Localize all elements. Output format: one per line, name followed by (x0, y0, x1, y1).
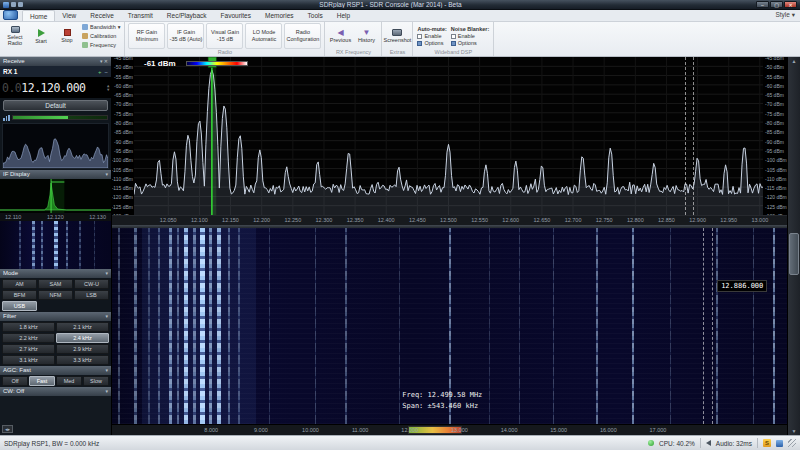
previous-button[interactable]: ◀Previous (328, 23, 352, 49)
waterfall-signal-streak (670, 228, 671, 424)
power-readout: -61 dBm (144, 59, 176, 68)
play-icon (38, 29, 45, 37)
mode-panel-header[interactable]: Mode▾ (0, 269, 111, 278)
history-button[interactable]: ▼History (354, 23, 378, 49)
stop-button[interactable]: Stop (55, 23, 79, 49)
tab-help[interactable]: Help (330, 10, 357, 21)
minimize-button[interactable]: – (756, 1, 769, 8)
panel-collapse-icon[interactable]: ▾ (105, 170, 108, 179)
start-button[interactable]: Start (29, 23, 53, 49)
filter-button-2-9-khz[interactable]: 2.9 kHz (56, 344, 109, 354)
panel-collapse-icon[interactable]: ▾ ✕ (100, 57, 108, 66)
tab-view[interactable]: View (55, 10, 83, 21)
mode-button-am[interactable]: AM (2, 279, 37, 289)
filter-button-2-7-khz[interactable]: 2.7 kHz (2, 344, 55, 354)
quick-access-icon[interactable] (11, 2, 16, 7)
mode-button-sam[interactable]: SAM (38, 279, 73, 289)
scrollbar-thumb[interactable] (789, 233, 799, 275)
filter-button-2-4-khz[interactable]: 2.4 kHz (56, 333, 109, 343)
screenshot-button[interactable]: Screenshot (385, 23, 409, 49)
agc-button-slow[interactable]: Slow (83, 376, 109, 386)
tab-memories[interactable]: Memories (258, 10, 301, 21)
band-scale-label: 15.000 (550, 427, 567, 433)
mode-button-lsb[interactable]: LSB (74, 290, 109, 300)
frequency-value[interactable]: 12.120.000 (21, 81, 85, 95)
filter-panel-header[interactable]: Filter▾ (0, 312, 111, 321)
ribbon-button-lo-mode[interactable]: LO ModeAutomatic (245, 23, 282, 49)
checkbox-icon[interactable] (417, 34, 422, 39)
select-radio-button[interactable]: Select Radio (3, 23, 27, 49)
checkbox-icon[interactable] (451, 34, 456, 39)
maximize-button[interactable]: ▢ (770, 1, 783, 8)
mode-button-bfm[interactable]: BFM (2, 290, 37, 300)
spectrum-plot[interactable]: -61 dBm (134, 57, 763, 215)
tab-rec-playback[interactable]: Rec/Playback (160, 10, 214, 21)
waterfall[interactable]: 12.886.000 Freq: 12.499.58 MHz Span: ±54… (112, 228, 787, 424)
frequency-spinner[interactable]: ▲▼ (107, 84, 109, 92)
agc-button-off[interactable]: Off (2, 376, 28, 386)
bandwidth-button[interactable]: Bandwidth▾ (81, 23, 121, 31)
if-display-plot[interactable] (0, 179, 111, 213)
db-label: -60 dBm (114, 83, 133, 89)
mode-button-nfm[interactable]: NFM (38, 290, 73, 300)
noise-blanker-enable[interactable]: Enable (451, 33, 490, 39)
network-icon[interactable] (776, 440, 783, 447)
cw-panel-header[interactable]: CW: Off▾ (0, 387, 111, 396)
scroll-up-icon[interactable]: ▲ (788, 57, 800, 65)
db-label: -55 dBm (114, 74, 133, 80)
scroll-down-icon[interactable]: ▼ (788, 427, 800, 435)
mode-button-cw-u[interactable]: CW-U (74, 279, 109, 289)
sidebar-mini-waterfall[interactable] (0, 221, 111, 269)
tab-receive[interactable]: Receive (83, 10, 120, 21)
ribbon-button-if-gain[interactable]: IF Gain-35 dB (Auto) (167, 23, 204, 49)
db-label: -45 dBm (114, 57, 133, 61)
frequency-button[interactable]: Frequency (81, 41, 121, 49)
panel-collapse-icon[interactable]: ▾ (105, 387, 108, 396)
calibration-button[interactable]: Calibration (81, 32, 121, 40)
frequency-display[interactable]: 0.012.120.000▲▼ (0, 77, 111, 98)
automute-enable[interactable]: Enable (417, 33, 446, 39)
db-label: -90 dBm (114, 139, 133, 145)
filter-button-3-3-khz[interactable]: 3.3 kHz (56, 355, 109, 365)
filter-button-1-8-khz[interactable]: 1.8 kHz (2, 322, 55, 332)
waterfall-signal-streak (217, 228, 221, 424)
rx-selector[interactable]: RX 1+− (0, 66, 111, 77)
signal-meter (12, 115, 109, 120)
rx-remove-icon[interactable]: − (104, 69, 108, 75)
application-menu-button[interactable] (3, 10, 18, 20)
agc-panel-header[interactable]: AGC: Fast▾ (0, 366, 111, 375)
sidebar-mini-spectrum[interactable] (2, 123, 109, 169)
ribbon-button-radio[interactable]: RadioConfiguration (284, 23, 321, 49)
if-display-header[interactable]: IF Display▾ (0, 170, 111, 179)
agc-button-fast[interactable]: Fast (29, 376, 55, 386)
automute-options[interactable]: Options (417, 40, 446, 46)
waterfall-signal-streak (169, 228, 172, 424)
tab-favourites[interactable]: Favourites (214, 10, 258, 21)
panel-collapse-icon[interactable]: ▾ (105, 269, 108, 278)
ribbon-button-rf-gain[interactable]: RF GainMinimum (128, 23, 165, 49)
style-menu[interactable]: Style ▾ (775, 11, 800, 19)
rx-add-icon[interactable]: + (98, 69, 102, 75)
tab-home[interactable]: Home (22, 10, 55, 21)
close-button[interactable]: ✕ (784, 1, 797, 8)
db-label: -65 dBm (765, 92, 784, 98)
filter-button-3-1-khz[interactable]: 3.1 kHz (2, 355, 55, 365)
band-scale[interactable]: 8.0009.00010.00011.00012.00013.00014.000… (112, 424, 787, 435)
speaker-icon[interactable] (706, 440, 711, 446)
tab-tools[interactable]: Tools (301, 10, 330, 21)
mode-button-usb[interactable]: USB (2, 301, 37, 311)
receive-panel-header[interactable]: Receive▾ ✕ (0, 57, 111, 66)
noise-blanker-options[interactable]: Options (451, 40, 490, 46)
panel-collapse-icon[interactable]: ▾ (105, 312, 108, 321)
filter-button-2-2-khz[interactable]: 2.2 kHz (2, 333, 55, 343)
panel-resize-button[interactable]: ◂▸ (2, 425, 13, 433)
quick-access-icon[interactable] (18, 2, 23, 7)
agc-button-med[interactable]: Med (56, 376, 82, 386)
waterfall-signal-streak (716, 228, 718, 424)
filter-button-2-1-khz[interactable]: 2.1 kHz (56, 322, 109, 332)
profile-dropdown[interactable]: Default (3, 100, 108, 111)
tab-transmit[interactable]: Transmit (121, 10, 160, 21)
vertical-scrollbar[interactable]: ▲ ▼ (787, 57, 800, 435)
ribbon-button-visual-gain[interactable]: Visual Gain-15 dB (206, 23, 243, 49)
panel-collapse-icon[interactable]: ▾ (105, 366, 108, 375)
